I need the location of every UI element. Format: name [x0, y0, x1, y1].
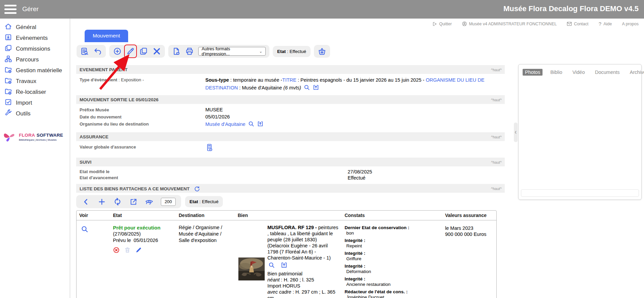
refresh-icon[interactable] — [194, 186, 200, 193]
cancel-circle-icon[interactable] — [113, 247, 120, 253]
haut-link[interactable]: ^haut^ — [491, 135, 502, 139]
status-date: (27/08/2025) — [113, 231, 173, 237]
haut-link[interactable]: ^haut^ — [491, 160, 502, 164]
edit-pencil-icon[interactable] — [135, 247, 142, 253]
haut-link[interactable]: ^haut^ — [491, 187, 502, 191]
col-header-constats: Constats — [342, 211, 442, 220]
sidebar-item-outils[interactable]: Outils — [0, 108, 70, 119]
search-icon[interactable] — [248, 120, 255, 129]
col-header-voir: Voir — [77, 211, 110, 220]
col-header-valeurs: Valeurs assurance — [442, 211, 496, 220]
toolbar-group-print: Autres formats d'impression... ⌄ — [168, 45, 269, 58]
biens-table: Voir Etat Destination Bien Constats Vale… — [76, 210, 497, 298]
bien-description: MUSFLORA. RF 129 - peintures , tableau ,… — [267, 223, 339, 298]
organisme-lieu-label: Organisme du lieu de destination — [76, 120, 205, 128]
external-link-icon[interactable] — [129, 197, 138, 206]
list-search-icon[interactable] — [80, 47, 89, 56]
trash-icon[interactable] — [124, 247, 131, 253]
result-count-input[interactable] — [161, 198, 176, 206]
record-sections: EVENEMENT PARENT ^haut^ Type d'évènement… — [76, 65, 505, 298]
etat-avancement-label: Etat d'avancement — [76, 175, 205, 181]
sidebar-item-travaux[interactable]: Travaux — [0, 76, 70, 87]
haut-link[interactable]: ^haut^ — [491, 68, 502, 72]
tab-archives[interactable]: Archives — [627, 69, 644, 76]
duplicate-icon[interactable] — [139, 47, 148, 56]
horus-eye-icon[interactable] — [145, 197, 153, 206]
undo-icon[interactable] — [93, 47, 102, 56]
status-text: Prêt pour exécution — [113, 224, 173, 231]
sidebar-item-general[interactable]: Général — [0, 22, 70, 33]
recycle-icon[interactable] — [113, 197, 122, 206]
tab-photos[interactable]: Photos — [523, 69, 543, 76]
chevron-down-icon: ⌄ — [259, 49, 262, 54]
bien-type: Bien patrimonial — [267, 271, 339, 277]
panel-collapse-handle[interactable] — [514, 123, 518, 142]
sidebar-item-evenements[interactable]: Evènements — [0, 33, 70, 44]
artwork-thumbnail[interactable] — [238, 258, 265, 280]
application-window: Gérer Musée Flora Decalog Flora DEMO v4.… — [0, 0, 644, 298]
hamburger-menu-icon[interactable] — [4, 5, 17, 14]
bien-cadre: avec cadre : H. 297 cm ; L. 365 cm — [267, 289, 339, 298]
titre-link[interactable]: TITRE — [282, 77, 296, 83]
butterfly-logo-icon — [3, 129, 17, 144]
folder-globe-icon — [4, 77, 12, 86]
evenement-parent-summary: Sous-type : temporaire au musée -TITRE :… — [205, 76, 505, 93]
home-icon — [4, 23, 12, 32]
search-icon[interactable] — [303, 84, 310, 93]
app-title: Musée Flora Decalog Flora DEMO v4.5 — [503, 4, 639, 13]
open-record-icon[interactable] — [257, 120, 264, 129]
import-icon — [4, 98, 12, 108]
bien-import: Import HORUS — [267, 283, 339, 289]
sitemap-icon — [4, 55, 12, 64]
etat-filter-chip: Etat : Effectué — [185, 196, 223, 207]
calculator-icon[interactable] — [205, 143, 213, 154]
back-chevron-icon[interactable] — [82, 197, 90, 206]
edit-pencil-icon[interactable] — [126, 47, 135, 56]
organisme-lieu-value-link[interactable]: Musée d'Aquitaine — [205, 121, 245, 127]
add-item-icon[interactable] — [97, 197, 106, 206]
section-evenement-parent: EVENEMENT PARENT ^haut^ — [76, 65, 505, 74]
basket-icon[interactable] — [318, 47, 326, 56]
cell-bien: MUSFLORA. RF 129 - peintures , tableau ,… — [235, 220, 342, 298]
toolbar-group-edit — [109, 45, 165, 58]
search-icon[interactable] — [268, 262, 275, 270]
tab-video[interactable]: Vidéo — [570, 69, 587, 76]
etat-modifie-label: Etat modifié le — [76, 169, 205, 175]
open-record-icon[interactable] — [281, 262, 288, 270]
sidebar-item-parcours[interactable]: Parcours — [0, 54, 70, 65]
print-format-select[interactable]: Autres formats d'impression... ⌄ — [198, 47, 266, 56]
open-record-icon[interactable] — [313, 84, 319, 93]
view-search-icon[interactable] — [81, 225, 89, 234]
top-bar: Gérer Musée Flora Decalog Flora DEMO v4.… — [0, 0, 644, 19]
section-assurance: ASSURANCE ^haut^ — [76, 132, 505, 141]
flora-software-logo: FLORA SOFTWARE Bibliothèques | Archives … — [3, 129, 70, 144]
add-icon[interactable] — [113, 47, 122, 56]
col-header-bien: Bien — [235, 211, 342, 220]
sidebar: Général Evènements Commissions Parcours … — [0, 19, 70, 298]
haut-link[interactable]: ^haut^ — [491, 98, 502, 102]
sidebar-item-gestion-materielle[interactable]: Gestion matérielle — [0, 65, 70, 76]
folder-globe-icon — [4, 66, 12, 75]
valeur-assurance-label: Valeur globale d'assurance — [76, 143, 205, 151]
date-mouvement-value: 05/01/2026 — [205, 113, 230, 120]
etat-avancement-value: Effectué — [348, 175, 365, 181]
folder-globe-icon — [4, 87, 12, 97]
media-panel: Photos Biblio Vidéo Documents Archives — [518, 64, 642, 200]
tab-documents[interactable]: Documents — [592, 69, 622, 76]
sidebar-item-re-localiser[interactable]: Re-localiser — [0, 87, 70, 98]
document-print-icon[interactable] — [172, 47, 181, 56]
printer-icon[interactable] — [185, 47, 194, 56]
menu-label[interactable]: Gérer — [22, 5, 39, 13]
sidebar-item-import[interactable]: Import — [0, 98, 70, 108]
cell-valeurs-assurance: le Mars 2023 900 000 000 Euros — [442, 220, 496, 298]
prefixe-musee-label: Préfixe Musée — [76, 106, 205, 113]
delete-x-icon[interactable] — [152, 47, 161, 56]
sidebar-item-commissions[interactable]: Commissions — [0, 44, 70, 54]
tab-mouvement[interactable]: Mouvement — [85, 30, 128, 42]
col-header-destination: Destination — [176, 211, 235, 220]
col-header-etat: Etat — [110, 211, 176, 220]
etat-modifie-value: 27/08/2025 — [348, 169, 372, 175]
media-panel-footer — [521, 189, 639, 197]
table-header-row: Voir Etat Destination Bien Constats Vale… — [77, 211, 496, 220]
tab-biblio[interactable]: Biblio — [548, 69, 564, 76]
